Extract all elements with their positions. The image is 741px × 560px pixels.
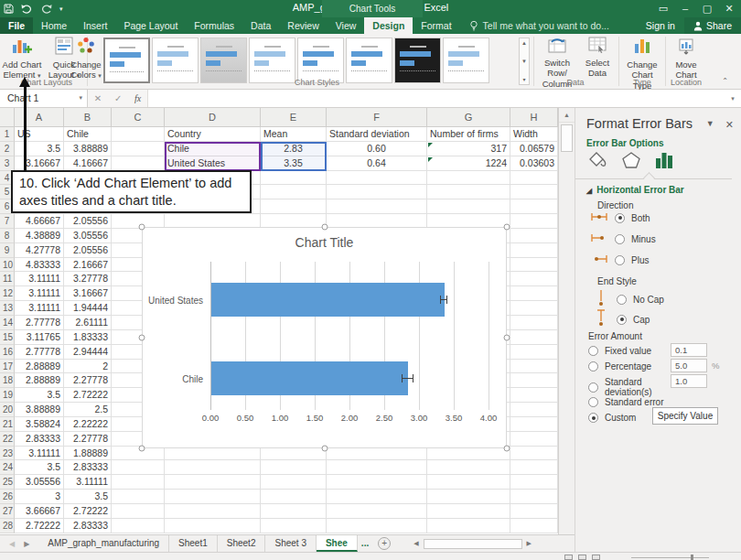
sheet-tab-sheet2[interactable]: Sheet2 <box>218 535 266 552</box>
cell-D26[interactable] <box>165 490 261 504</box>
name-box[interactable]: Chart 1▾ <box>0 90 88 107</box>
collapse-ribbon-icon[interactable]: ⌃ <box>722 77 728 85</box>
sign-in-link[interactable]: Sign in <box>637 17 684 34</box>
radio-plus[interactable] <box>615 255 625 265</box>
pane-close-icon[interactable]: ✕ <box>725 119 734 131</box>
horizontal-error-bar-group[interactable]: ◢Horizontal Error Bar <box>586 185 684 195</box>
cell-C3[interactable] <box>112 156 165 171</box>
cell-F4[interactable] <box>327 171 427 186</box>
chart-style-thumbnail-5[interactable] <box>297 38 344 83</box>
cell-A17[interactable]: 2.88889 <box>15 360 64 374</box>
cell-B1[interactable]: Chile <box>64 127 112 142</box>
tell-me-box[interactable]: Tell me what you want to do... <box>460 17 609 34</box>
option-percentage[interactable]: Percentage <box>588 361 651 372</box>
zoom-slider-thumb[interactable] <box>691 555 693 560</box>
cell-A11[interactable]: 3.11111 <box>15 272 64 286</box>
cell-H15[interactable] <box>510 330 558 345</box>
radio-fixed-value[interactable] <box>588 346 598 356</box>
radio-no-cap[interactable] <box>617 295 627 305</box>
restore-icon[interactable]: ▢ <box>697 1 717 16</box>
option-standard-error[interactable]: Standard error <box>588 397 663 407</box>
cell-B8[interactable]: 3.05556 <box>64 229 112 243</box>
minimize-icon[interactable]: – <box>675 1 695 16</box>
add-chart-element-button[interactable]: Add Chart Element ▾ <box>2 37 42 81</box>
cell-B14[interactable]: 2.61111 <box>64 316 112 330</box>
chart-selection-handle[interactable] <box>504 335 510 341</box>
redo-icon[interactable] <box>40 4 52 14</box>
cell-B22[interactable]: 2.27778 <box>64 432 112 447</box>
chart-object[interactable]: Chart Title 0.000.501.001.502.002.503.00… <box>142 227 507 448</box>
input-standard-deviation-s-[interactable]: 1.0 <box>671 374 707 388</box>
cell-B19[interactable]: 2.72222 <box>64 388 112 403</box>
column-header-E[interactable]: E <box>261 108 327 127</box>
row-header-14[interactable]: 14 <box>0 316 15 330</box>
cell-H11[interactable] <box>510 272 558 286</box>
chart-selection-handle[interactable] <box>321 224 328 231</box>
row-header-21[interactable]: 21 <box>0 417 15 432</box>
cell-F26[interactable] <box>327 490 427 504</box>
cell-B12[interactable]: 3.16667 <box>64 286 112 301</box>
chart-style-thumbnail-6[interactable] <box>346 38 392 83</box>
tab-page-layout[interactable]: Page Layout <box>115 17 186 34</box>
row-header-7[interactable]: 7 <box>0 214 15 229</box>
option-custom[interactable]: Custom <box>588 413 636 423</box>
effects-icon[interactable] <box>621 151 641 169</box>
cell-A20[interactable]: 3.88889 <box>15 403 64 417</box>
cell-H27[interactable] <box>510 504 558 519</box>
row-header-23[interactable]: 23 <box>0 447 15 461</box>
cell-B27[interactable]: 2.72222 <box>64 504 112 519</box>
chart-style-thumbnail-2[interactable] <box>152 38 199 83</box>
cell-F24[interactable] <box>327 460 427 475</box>
cell-D3[interactable]: United States <box>165 156 261 171</box>
cell-C25[interactable] <box>112 475 165 490</box>
cell-A13[interactable]: 3.11111 <box>15 301 64 316</box>
radio-standard-deviation-s-[interactable] <box>588 382 598 393</box>
radio-standard-error[interactable] <box>588 397 598 407</box>
tab-data[interactable]: Data <box>242 17 279 34</box>
cell-D1[interactable]: Country <box>165 127 261 142</box>
move-chart-button[interactable]: Move Chart <box>668 37 704 81</box>
column-header-H[interactable]: H <box>510 108 558 127</box>
page-break-view-icon[interactable] <box>592 555 600 560</box>
cell-H20[interactable] <box>510 403 558 417</box>
qat-customize-icon[interactable]: ▾ <box>59 5 63 13</box>
row-header-16[interactable]: 16 <box>0 345 15 360</box>
cell-E5[interactable] <box>261 185 327 199</box>
cell-A26[interactable]: 3 <box>15 490 64 504</box>
cell-B21[interactable]: 2.22222 <box>64 417 112 432</box>
cell-H6[interactable] <box>510 199 558 214</box>
input-percentage[interactable]: 5.0 <box>671 359 707 372</box>
cell-G4[interactable] <box>427 171 510 186</box>
cell-F28[interactable] <box>327 519 427 533</box>
chart-selection-handle[interactable] <box>139 224 145 231</box>
cell-G1[interactable]: Number of firms <box>427 127 510 142</box>
sheet-tab-sheet1[interactable]: Sheet1 <box>169 535 218 552</box>
cell-H13[interactable] <box>510 301 558 316</box>
column-header-G[interactable]: G <box>427 108 510 127</box>
tab-home[interactable]: Home <box>33 17 75 34</box>
cell-F27[interactable] <box>327 504 427 519</box>
sheet-tab-sheet-3[interactable]: Sheet 3 <box>265 535 316 552</box>
cell-H17[interactable] <box>510 360 558 374</box>
cell-A7[interactable]: 4.66667 <box>15 214 64 229</box>
sheet-tab-amp_graph_manufacturing[interactable]: AMP_graph_manufacturing <box>38 535 169 552</box>
cell-E25[interactable] <box>261 475 327 490</box>
chart-selection-handle[interactable] <box>139 335 145 341</box>
cell-E2[interactable]: 2.83 <box>261 142 327 156</box>
row-header-2[interactable]: 2 <box>0 142 15 156</box>
row-header-24[interactable]: 24 <box>0 460 15 475</box>
cell-A24[interactable]: 3.5 <box>15 460 64 475</box>
cell-A23[interactable]: 3.11111 <box>15 447 64 461</box>
cell-A16[interactable]: 2.77778 <box>15 345 64 360</box>
option-both[interactable]: Both <box>590 212 650 223</box>
cell-B24[interactable]: 2.83333 <box>64 460 112 475</box>
cell-B7[interactable]: 2.05556 <box>64 214 112 229</box>
option-plus[interactable]: Plus <box>590 254 649 265</box>
cell-H24[interactable] <box>510 460 558 475</box>
ribbon-display-options-icon[interactable]: ▭ <box>653 1 673 16</box>
option-fixed-value[interactable]: Fixed value <box>588 346 651 356</box>
cell-H16[interactable] <box>510 345 558 360</box>
sheet-nav-right-icon[interactable]: ▶ <box>24 540 29 548</box>
pane-options-icon[interactable]: ▼ <box>706 119 714 131</box>
cell-G24[interactable] <box>427 460 510 475</box>
